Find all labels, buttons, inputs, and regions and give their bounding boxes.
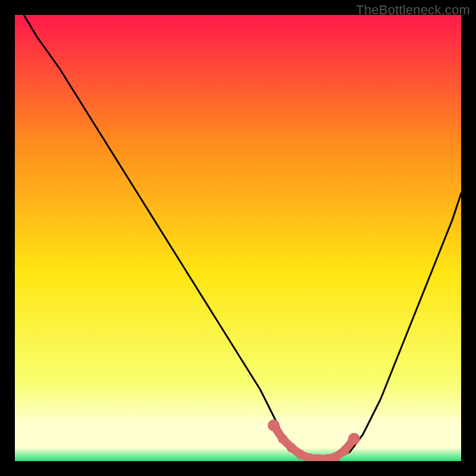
marker-dot: [268, 419, 280, 431]
plot-area: [15, 15, 461, 461]
marker-dot: [340, 445, 350, 455]
chart-svg: [15, 15, 461, 461]
marker-dot: [278, 434, 287, 444]
marker-dot: [287, 443, 296, 453]
marker-dot: [348, 433, 360, 445]
marker-dot: [296, 450, 305, 459]
chart-frame: TheBottleneck.com: [0, 0, 476, 476]
marker-dot: [331, 452, 341, 462]
gradient-background: [15, 15, 461, 461]
